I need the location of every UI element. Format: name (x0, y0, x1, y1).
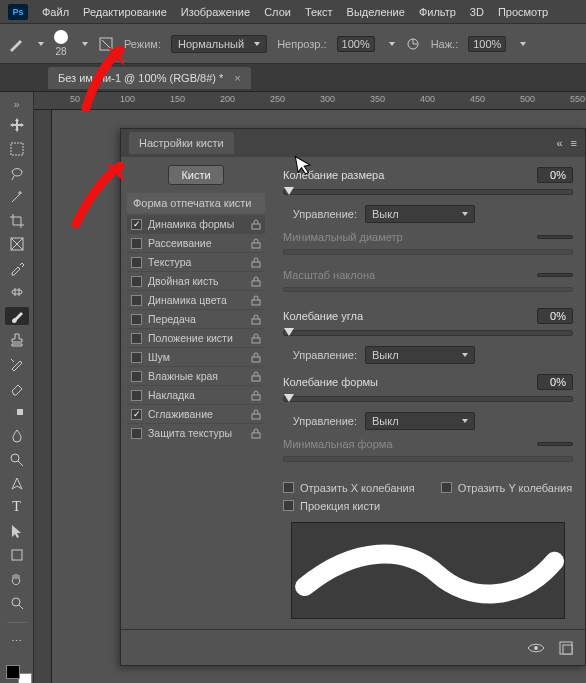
checkbox-icon[interactable] (131, 371, 142, 382)
brush-option-row[interactable]: Сглаживание (127, 404, 265, 423)
lock-icon[interactable] (251, 352, 261, 363)
checkbox-icon[interactable] (131, 238, 142, 249)
color-swatches[interactable] (6, 665, 28, 683)
document-tab[interactable]: Без имени-1 @ 100% (RGB/8#) * × (48, 67, 251, 89)
dodge-tool-icon[interactable] (5, 451, 29, 469)
lock-icon[interactable] (251, 390, 261, 401)
blur-tool-icon[interactable] (5, 427, 29, 445)
heal-tool-icon[interactable] (5, 283, 29, 301)
opacity-value[interactable]: 100% (337, 36, 375, 52)
menu-file[interactable]: Файл (42, 6, 69, 18)
menu-3d[interactable]: 3D (470, 6, 484, 18)
lock-icon[interactable] (251, 371, 261, 382)
brush-preset[interactable]: 28 (54, 30, 68, 57)
checkbox-icon[interactable] (131, 428, 142, 439)
lock-icon[interactable] (251, 428, 261, 439)
checkbox-icon[interactable] (131, 295, 142, 306)
stamp-tool-icon[interactable] (5, 331, 29, 349)
checkbox-icon[interactable] (131, 219, 142, 230)
angle-jitter-slider[interactable] (283, 330, 573, 336)
tool-preset-caret-icon[interactable] (38, 42, 44, 46)
lock-icon[interactable] (251, 314, 261, 325)
type-tool-icon[interactable]: T (5, 499, 29, 517)
new-preset-icon[interactable] (559, 641, 573, 655)
zoom-tool-icon[interactable] (5, 594, 29, 612)
checkbox-icon[interactable] (131, 409, 142, 420)
brush-option-row[interactable]: Двойная кисть (127, 271, 265, 290)
gradient-tool-icon[interactable] (5, 403, 29, 421)
menu-filter[interactable]: Фильтр (419, 6, 456, 18)
history-brush-icon[interactable] (5, 355, 29, 373)
flow-value[interactable]: 100% (468, 36, 506, 52)
projection-checkbox[interactable]: Проекция кисти (283, 500, 573, 512)
tool-preset-icon[interactable] (8, 36, 24, 52)
brush-option-row[interactable]: Защита текстуры (127, 423, 265, 442)
close-tab-icon[interactable]: × (234, 72, 240, 84)
brush-tool-icon[interactable] (5, 307, 29, 325)
move-tool-icon[interactable] (5, 116, 29, 134)
lasso-tool-icon[interactable] (5, 164, 29, 182)
panel-tab[interactable]: Настройки кисти (129, 132, 234, 154)
brush-panel-toggle-icon[interactable] (98, 36, 114, 52)
flip-x-checkbox[interactable]: Отразить X колебания (283, 482, 415, 494)
size-control-select[interactable]: Выкл (365, 205, 475, 223)
menu-layers[interactable]: Слои (264, 6, 291, 18)
frame-tool-icon[interactable] (5, 236, 29, 254)
wand-tool-icon[interactable] (5, 188, 29, 206)
angle-control-select[interactable]: Выкл (365, 346, 475, 364)
checkbox-icon[interactable] (131, 314, 142, 325)
brush-caret-icon[interactable] (82, 42, 88, 46)
menu-edit[interactable]: Редактирование (83, 6, 167, 18)
eraser-tool-icon[interactable] (5, 379, 29, 397)
lock-icon[interactable] (251, 257, 261, 268)
round-jitter-value[interactable]: 0% (537, 374, 573, 390)
opacity-caret-icon[interactable] (389, 42, 395, 46)
lock-icon[interactable] (251, 333, 261, 344)
panel-menu-icon[interactable]: ≡ (571, 137, 577, 149)
checkbox-icon[interactable] (131, 257, 142, 268)
shape-tool-icon[interactable] (5, 546, 29, 564)
menu-text[interactable]: Текст (305, 6, 333, 18)
brush-option-row[interactable]: Накладка (127, 385, 265, 404)
eyedropper-tool-icon[interactable] (5, 259, 29, 277)
brush-option-row[interactable]: Передача (127, 309, 265, 328)
pen-tool-icon[interactable] (5, 475, 29, 493)
crop-tool-icon[interactable] (5, 212, 29, 230)
brush-option-row[interactable]: Динамика формы (127, 215, 265, 233)
toggle-preview-icon[interactable] (527, 642, 545, 654)
edit-toolbar-icon[interactable]: ⋯ (5, 633, 29, 651)
brush-option-row[interactable]: Текстура (127, 252, 265, 271)
angle-jitter-value[interactable]: 0% (537, 308, 573, 324)
size-jitter-slider[interactable] (283, 189, 573, 195)
lock-icon[interactable] (251, 219, 261, 230)
menu-select[interactable]: Выделение (347, 6, 405, 18)
menu-view[interactable]: Просмотр (498, 6, 548, 18)
lock-icon[interactable] (251, 238, 261, 249)
brush-option-row[interactable]: Динамика цвета (127, 290, 265, 309)
path-select-icon[interactable] (5, 522, 29, 540)
marquee-tool-icon[interactable] (5, 140, 29, 158)
checkbox-icon[interactable] (131, 390, 142, 401)
brush-option-row[interactable]: Шум (127, 347, 265, 366)
brush-option-row[interactable]: Влажные края (127, 366, 265, 385)
pressure-opacity-icon[interactable] (405, 36, 421, 52)
tools-doublecol-icon[interactable]: » (13, 98, 19, 110)
checkbox-icon[interactable] (131, 333, 142, 344)
checkbox-icon[interactable] (131, 276, 142, 287)
collapse-panel-icon[interactable]: « (556, 137, 562, 149)
lock-icon[interactable] (251, 295, 261, 306)
checkbox-icon[interactable] (131, 352, 142, 363)
lock-icon[interactable] (251, 276, 261, 287)
brush-tip-shape-link[interactable]: Форма отпечатка кисти (127, 193, 265, 213)
brush-option-row[interactable]: Положение кисти (127, 328, 265, 347)
lock-icon[interactable] (251, 409, 261, 420)
round-control-select[interactable]: Выкл (365, 412, 475, 430)
menu-image[interactable]: Изображение (181, 6, 250, 18)
size-jitter-value[interactable]: 0% (537, 167, 573, 183)
brush-option-row[interactable]: Рассеивание (127, 233, 265, 252)
hand-tool-icon[interactable] (5, 570, 29, 588)
blend-mode-select[interactable]: Нормальный (171, 35, 267, 53)
brushes-button[interactable]: Кисти (168, 165, 223, 185)
round-jitter-slider[interactable] (283, 396, 573, 402)
flip-y-checkbox[interactable]: Отразить Y колебания (441, 482, 572, 494)
